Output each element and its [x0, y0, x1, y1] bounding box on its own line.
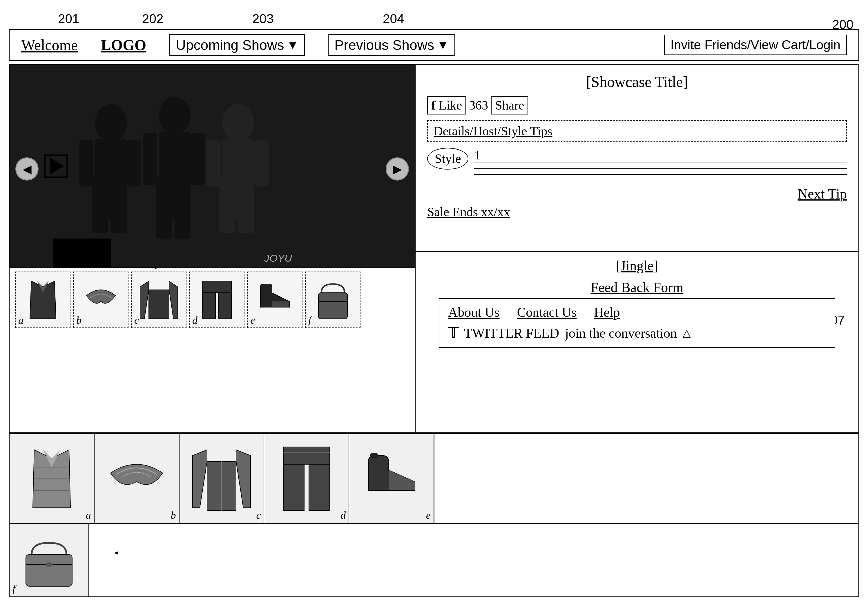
- ref-204-label: 204: [383, 12, 404, 26]
- contact-us-link[interactable]: Contact Us: [517, 305, 577, 320]
- main-content-area: JOYU ◀ ▶: [9, 64, 859, 597]
- svg-rect-31: [318, 293, 347, 319]
- shoes-thumb-icon: [255, 278, 295, 322]
- pants-thumb-icon: [197, 278, 237, 322]
- product-label-d: d: [341, 509, 346, 521]
- logo-text: LOGO: [101, 37, 146, 54]
- product-strip: a b c: [9, 433, 859, 523]
- bag-thumb-icon: [313, 278, 353, 322]
- svg-point-6: [159, 97, 191, 134]
- svg-rect-2: [92, 175, 108, 233]
- product-label-b: b: [171, 509, 176, 521]
- svg-marker-39: [192, 450, 207, 508]
- footer-box: About Us Contact Us Help 𝕋 TWITTER FEED …: [439, 298, 835, 348]
- svg-rect-17: [254, 140, 268, 187]
- product-label-c: c: [256, 509, 261, 521]
- svg-marker-22: [30, 281, 56, 319]
- thumbnail-a[interactable]: a: [16, 272, 70, 328]
- ref-203-label: 203: [252, 12, 273, 26]
- svg-rect-46: [309, 464, 330, 511]
- sale-ends-label: Sale Ends xx/xx: [427, 205, 847, 220]
- svg-marker-25: [140, 281, 149, 319]
- bottom-annotation-area: [89, 524, 859, 597]
- product-vest-icon: [20, 444, 84, 513]
- svg-rect-4: [79, 140, 93, 187]
- thumbnail-f[interactable]: f: [305, 272, 361, 328]
- invite-friends-button[interactable]: Invite Friends/View Cart/Login: [664, 35, 847, 55]
- svg-rect-30: [219, 293, 231, 319]
- style-section: Style 1: [427, 148, 847, 180]
- previous-shows-button[interactable]: Previous Shows ▼: [328, 34, 455, 56]
- thumb-label-b: b: [76, 314, 82, 326]
- thumb-label-f: f: [308, 314, 311, 326]
- svg-marker-40: [236, 450, 251, 508]
- like-label: Like: [439, 98, 462, 113]
- style-line-1: 1: [474, 148, 847, 163]
- thumb-label-a: a: [18, 314, 23, 326]
- twitter-icon: 𝕋: [448, 325, 458, 342]
- svg-rect-29: [202, 293, 215, 319]
- svg-rect-3: [111, 175, 127, 233]
- product-cell-e[interactable]: e: [349, 434, 434, 523]
- svg-rect-44: [283, 447, 330, 464]
- style-lines: 1: [474, 148, 847, 180]
- product-bag-icon: [20, 531, 78, 589]
- help-link[interactable]: Help: [594, 305, 620, 320]
- right-panel: [Showcase Title] f Like 363 Share Detail…: [415, 65, 859, 433]
- svg-rect-10: [143, 133, 157, 185]
- facebook-f-icon: f: [431, 98, 436, 113]
- svg-point-48: [370, 453, 378, 459]
- product-label-a: a: [86, 509, 91, 521]
- ref-201-label: 201: [58, 12, 79, 26]
- sidebar-bottom: [Jingle] Feed Back Form About Us Contact…: [415, 251, 859, 433]
- showcase-title: [Showcase Title]: [427, 73, 847, 90]
- thumbnail-d[interactable]: d: [189, 272, 245, 328]
- svg-rect-9: [175, 178, 191, 239]
- thumb-label-e: e: [250, 314, 255, 326]
- facebook-like-box[interactable]: f Like: [427, 96, 466, 114]
- svg-rect-5: [127, 140, 141, 187]
- showcase-info: [Showcase Title] f Like 363 Share Detail…: [415, 65, 859, 251]
- svg-marker-53: [114, 551, 118, 555]
- join-conversation-link[interactable]: join the conversation: [565, 325, 677, 341]
- video-player[interactable]: JOYU ◀ ▶: [9, 65, 415, 267]
- bag-label-f: f: [12, 583, 16, 595]
- share-button[interactable]: Share: [491, 96, 528, 114]
- video-prev-arrow[interactable]: ◀: [16, 158, 39, 181]
- about-us-link[interactable]: About Us: [448, 305, 500, 320]
- video-area: JOYU ◀ ▶: [9, 65, 415, 433]
- svg-rect-11: [191, 133, 205, 185]
- style-line-3: [474, 174, 847, 175]
- style-circle[interactable]: Style: [427, 148, 468, 170]
- product-cell-a[interactable]: a: [9, 434, 95, 523]
- svg-point-0: [95, 104, 127, 142]
- svg-rect-15: [238, 175, 254, 233]
- product-cell-c[interactable]: c: [180, 434, 265, 523]
- next-tip-button[interactable]: Next Tip: [427, 186, 847, 202]
- thumbnail-c[interactable]: c: [132, 272, 186, 328]
- upcoming-shows-dropdown-icon: ▼: [287, 39, 299, 52]
- details-host-tabs[interactable]: Details/Host/Style Tips: [427, 120, 847, 142]
- svg-text:JOYU: JOYU: [264, 252, 292, 264]
- video-next-arrow[interactable]: ▶: [386, 158, 409, 181]
- jacket-thumb-icon: [139, 278, 179, 322]
- feedback-form-button[interactable]: Feed Back Form: [427, 279, 847, 295]
- like-count: 363: [469, 98, 488, 113]
- svg-rect-28: [202, 281, 231, 293]
- product-cell-d[interactable]: d: [264, 434, 349, 523]
- svg-marker-26: [169, 281, 178, 319]
- style-line-2: [474, 169, 847, 169]
- thumbnail-e[interactable]: e: [247, 272, 302, 328]
- like-share-row: f Like 363 Share: [427, 96, 847, 114]
- ref-202-label: 202: [142, 12, 163, 26]
- svg-rect-14: [219, 175, 235, 233]
- product-cell-f[interactable]: f: [9, 524, 89, 597]
- svg-rect-49: [26, 554, 72, 586]
- accessory-thumb-icon: [81, 278, 121, 322]
- twitter-feed-label: TWITTER FEED: [464, 325, 559, 341]
- welcome-text: Welcome: [21, 37, 78, 54]
- upcoming-shows-button[interactable]: Upcoming Shows ▼: [169, 34, 305, 56]
- product-cell-b[interactable]: b: [95, 434, 180, 523]
- thumbnail-b[interactable]: b: [73, 272, 129, 328]
- thumb-label-d: d: [192, 314, 197, 326]
